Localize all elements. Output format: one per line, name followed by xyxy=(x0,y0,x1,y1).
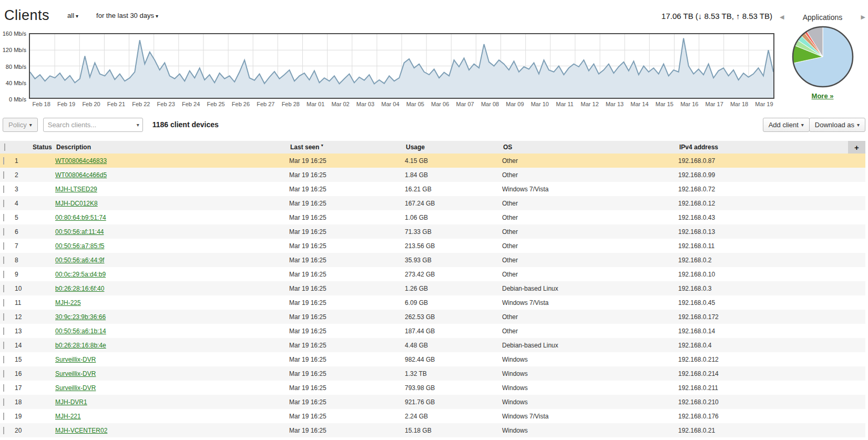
last-seen-cell: Mar 19 16:25 xyxy=(289,299,405,306)
y-tick-label: 80 Mb/s xyxy=(6,64,26,70)
client-description-link[interactable]: MJH-221 xyxy=(55,413,81,420)
table-row[interactable]: 1230:9c:23:9b:36:66Mar 19 16:25262.53 GB… xyxy=(0,310,865,324)
row-checkbox[interactable] xyxy=(3,299,4,306)
row-checkbox[interactable] xyxy=(3,200,4,207)
row-checkbox[interactable] xyxy=(3,413,4,420)
client-description-link[interactable]: Surveillix-DVR xyxy=(55,356,96,363)
table-row[interactable]: 14b0:26:28:16:8b:4eMar 19 16:254.48 GBDe… xyxy=(0,338,865,352)
table-row[interactable]: 900:0c:29:5a:d4:b9Mar 19 16:25273.42 GBO… xyxy=(0,267,865,281)
client-description-link[interactable]: MJH-LTSED29 xyxy=(55,186,97,193)
row-checkbox[interactable] xyxy=(3,342,4,349)
client-description-link[interactable]: b0:26:28:16:8b:4e xyxy=(55,342,106,349)
client-description-link[interactable]: MJH-DVR1 xyxy=(55,398,87,406)
search-input[interactable] xyxy=(43,118,143,132)
client-description-link[interactable]: WT008064c46833 xyxy=(55,157,107,165)
x-tick-label: Mar 06 xyxy=(428,101,453,107)
row-checkbox[interactable] xyxy=(3,285,4,292)
ipv4-cell: 192.168.0.10 xyxy=(678,271,848,278)
row-number: 19 xyxy=(14,413,32,420)
policy-dropdown-button[interactable]: Policy▾ xyxy=(3,118,38,132)
os-cell: Windows xyxy=(502,427,678,434)
table-row[interactable]: 18MJH-DVR1Mar 19 16:25921.76 GBWindows19… xyxy=(0,395,865,409)
table-row[interactable]: 2WT008064c466d5Mar 19 16:251.84 GBOther1… xyxy=(0,168,865,182)
row-checkbox[interactable] xyxy=(3,228,4,236)
row-checkbox[interactable] xyxy=(3,313,4,321)
column-header-last-seen[interactable]: Last seen▼ xyxy=(289,144,405,151)
client-description-link[interactable]: 00:50:56:af:11:44 xyxy=(55,228,104,236)
chevron-right-icon[interactable]: ▶ xyxy=(860,13,867,22)
row-checkbox[interactable] xyxy=(3,328,4,335)
client-description-link[interactable]: 00:80:64:b9:51:74 xyxy=(55,214,106,221)
table-row[interactable]: 16Surveillix-DVRMar 19 16:251.32 TBWindo… xyxy=(0,366,865,381)
column-header-description[interactable]: Description xyxy=(55,144,289,151)
last-seen-cell: Mar 19 16:25 xyxy=(289,342,405,349)
column-header-os[interactable]: OS xyxy=(502,144,678,151)
table-row[interactable]: 4MJH-DC012K8Mar 19 16:25167.24 GBOther19… xyxy=(0,196,865,210)
scope-dropdown[interactable]: all▾ xyxy=(67,12,78,19)
table-row[interactable]: 19MJH-221Mar 19 16:252.24 GBWindows 7/Vi… xyxy=(0,409,865,423)
row-checkbox[interactable] xyxy=(3,356,4,363)
os-cell: Windows 7/Vista xyxy=(502,413,678,420)
usage-cell: 4.48 GB xyxy=(405,342,502,349)
client-description-link[interactable]: Surveillix-DVR xyxy=(55,370,96,377)
row-checkbox[interactable] xyxy=(3,157,4,165)
more-link[interactable]: More » xyxy=(777,92,868,100)
column-header-status[interactable]: Status xyxy=(32,144,55,151)
table-row[interactable]: 700:50:56:a7:85:f5Mar 19 16:25213.56 GBO… xyxy=(0,239,865,253)
x-tick-label: Mar 08 xyxy=(477,101,502,107)
client-description-link[interactable]: MJH-VCENTER02 xyxy=(55,427,107,434)
row-checkbox[interactable] xyxy=(3,427,4,434)
client-description-link[interactable]: MJH-225 xyxy=(55,299,81,306)
last-seen-cell: Mar 19 16:25 xyxy=(289,356,405,363)
client-description-link[interactable]: 30:9c:23:9b:36:66 xyxy=(55,313,106,321)
usage-cell: 1.32 TB xyxy=(405,370,502,377)
row-checkbox[interactable] xyxy=(3,186,4,193)
add-column-button[interactable]: + xyxy=(848,141,865,154)
client-description-link[interactable]: Surveillix-DVR xyxy=(55,384,96,392)
client-description-link[interactable]: b0:26:28:16:6f:40 xyxy=(55,285,104,292)
table-row[interactable]: 800:50:56:a6:44:9fMar 19 16:2535.93 GBOt… xyxy=(0,253,865,267)
os-cell: Other xyxy=(502,242,678,250)
column-header-usage[interactable]: Usage xyxy=(405,144,502,151)
table-row[interactable]: 17Surveillix-DVRMar 19 16:25793.98 GBWin… xyxy=(0,381,865,395)
time-range-dropdown[interactable]: for the last 30 days▾ xyxy=(96,12,158,19)
table-row[interactable]: 1WT008064c46833Mar 19 16:254.15 GBOther1… xyxy=(0,154,865,168)
table-body: 1WT008064c46833Mar 19 16:254.15 GBOther1… xyxy=(0,154,865,437)
column-header-ipv4[interactable]: IPv4 address xyxy=(678,144,848,151)
table-row[interactable]: 600:50:56:af:11:44Mar 19 16:2571.33 GBOt… xyxy=(0,224,865,239)
y-tick-label: 0 Mb/s xyxy=(9,96,26,103)
usage-cell: 6.09 GB xyxy=(405,299,502,306)
x-tick-label: Feb 25 xyxy=(203,101,228,107)
os-cell: Windows xyxy=(502,356,678,363)
row-checkbox[interactable] xyxy=(3,214,4,221)
chart-y-axis: 160 Mb/s120 Mb/s80 Mb/s40 Mb/s0 Mb/s xyxy=(0,33,26,101)
table-row[interactable]: 11MJH-225Mar 19 16:256.09 GBWindows 7/Vi… xyxy=(0,295,865,310)
client-description-link[interactable]: 00:0c:29:5a:d4:b9 xyxy=(55,271,106,278)
client-description-link[interactable]: WT008064c466d5 xyxy=(55,171,107,179)
row-number: 11 xyxy=(14,299,32,306)
client-description-link[interactable]: MJH-DC012K8 xyxy=(55,200,98,207)
x-tick-label: Feb 22 xyxy=(129,101,154,107)
chevron-left-icon[interactable]: ◀ xyxy=(778,13,785,22)
client-description-link[interactable]: 00:50:56:a7:85:f5 xyxy=(55,242,104,250)
os-cell: Other xyxy=(502,313,678,321)
row-checkbox[interactable] xyxy=(3,257,4,264)
table-row[interactable]: 3MJH-LTSED29Mar 19 16:2516.21 GBWindows … xyxy=(0,182,865,196)
table-row[interactable]: 500:80:64:b9:51:74Mar 19 16:251.06 GBOth… xyxy=(0,210,865,224)
row-checkbox[interactable] xyxy=(3,384,4,392)
add-client-button[interactable]: Add client▾ xyxy=(763,118,810,132)
client-description-link[interactable]: 00:50:56:a6:44:9f xyxy=(55,257,104,264)
download-as-button[interactable]: Download as▾ xyxy=(809,118,865,132)
table-row[interactable]: 1300:50:56:a6:1b:14Mar 19 16:25187.44 GB… xyxy=(0,324,865,338)
client-description-link[interactable]: 00:50:56:a6:1b:14 xyxy=(55,328,106,335)
select-all-checkbox[interactable] xyxy=(4,144,5,151)
table-row[interactable]: 15Surveillix-DVRMar 19 16:25982.44 GBWin… xyxy=(0,352,865,366)
row-checkbox[interactable] xyxy=(3,271,4,278)
row-checkbox[interactable] xyxy=(3,370,4,377)
row-checkbox[interactable] xyxy=(3,171,4,179)
row-checkbox[interactable] xyxy=(3,398,4,406)
os-cell: Other xyxy=(502,214,678,221)
table-row[interactable]: 10b0:26:28:16:6f:40Mar 19 16:251.26 GBDe… xyxy=(0,281,865,295)
row-checkbox[interactable] xyxy=(3,242,4,250)
table-row[interactable]: 20MJH-VCENTER02Mar 19 16:2515.18 GBWindo… xyxy=(0,423,865,437)
